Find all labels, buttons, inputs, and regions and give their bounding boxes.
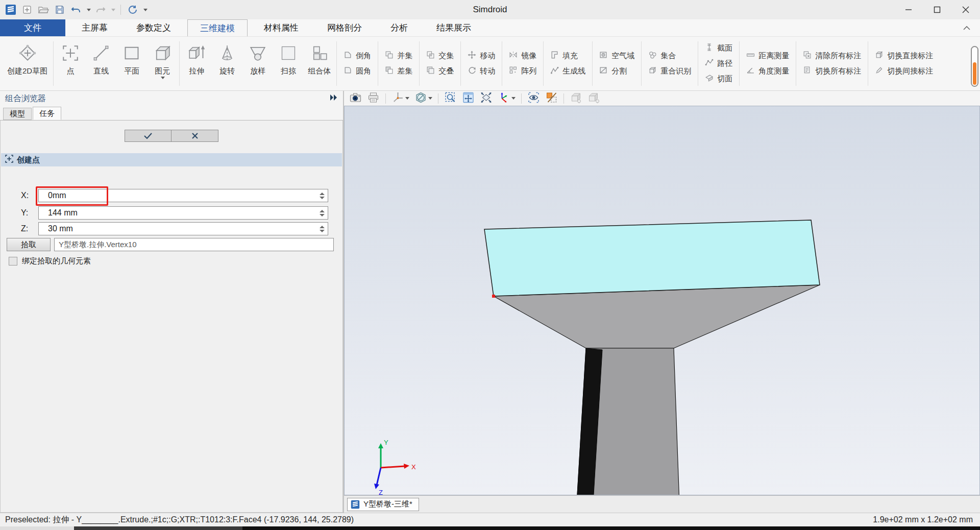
print-button[interactable] [366, 92, 381, 105]
pick-button[interactable]: 拾取 [7, 238, 51, 251]
panel-expand-icon[interactable] [329, 94, 338, 103]
ribbon-button-point[interactable]: 点 [55, 38, 86, 89]
coordinate-input-x[interactable]: 0mm [38, 189, 328, 202]
confirm-button[interactable] [125, 130, 172, 142]
undo-dropdown[interactable] [86, 3, 91, 16]
ribbon-button-section[interactable]: 截面 [705, 42, 732, 55]
new-file-button[interactable] [20, 3, 34, 16]
save-button[interactable] [53, 3, 66, 16]
dropdown-arrow-icon[interactable] [405, 97, 409, 100]
model-canvas[interactable]: Y X Z [344, 106, 980, 495]
zoom-window-button[interactable] [443, 92, 458, 105]
ribbon-button-toggle-direct-annotation[interactable]: 切换直接标注 [875, 50, 933, 63]
visibility-eye-button[interactable] [526, 92, 541, 105]
ribbon-button-sketch2d[interactable]: 创建2D草图 [3, 38, 52, 89]
menu-tab-5[interactable]: 网格剖分 [315, 19, 374, 36]
maximize-button[interactable] [923, 0, 951, 19]
pick-value-field[interactable]: Y型桥墩.拉伸.Vertex10 [54, 238, 334, 251]
ribbon-button-toggle-indirect-annotation[interactable]: 切换间接标注 [875, 65, 933, 78]
panel-tab-1[interactable]: 模型 [3, 108, 32, 120]
pan-button[interactable] [461, 92, 476, 105]
show-body-alt-button[interactable] [586, 92, 601, 105]
ribbon-button-clear-annotations[interactable]: 清除所有标注 [803, 50, 861, 63]
ribbon-button-extrude[interactable]: 拉伸 [181, 38, 212, 89]
menu-tab-1[interactable]: 主屏幕 [69, 19, 120, 36]
close-button[interactable] [951, 0, 980, 19]
ribbon-button-sweep[interactable]: 扫掠 [273, 38, 304, 89]
ribbon-button-revolve[interactable]: 旋转 [212, 38, 242, 89]
panel-tab-2[interactable]: 任务 [33, 107, 61, 120]
selected-top-face[interactable] [484, 220, 820, 296]
ribbon-button-overlap[interactable]: 交叠 [426, 65, 454, 78]
refresh-icon[interactable] [126, 3, 139, 16]
document-tab[interactable]: Y型桥墩-三维* [347, 498, 419, 511]
ribbon-button-primitive[interactable]: 图元 [147, 38, 178, 89]
ribbon-button-mirror[interactable]: 镜像 [509, 50, 536, 63]
triad-display-button[interactable] [390, 92, 410, 105]
ribbon-button-rotate[interactable]: 转动 [468, 65, 495, 78]
ribbon-scrollbar[interactable] [971, 46, 978, 87]
ribbon-button-fillet[interactable]: 圆角 [344, 65, 371, 78]
ribbon-button-label: 图元 [155, 66, 170, 76]
open-file-button[interactable] [37, 3, 50, 16]
dropdown-arrow-icon[interactable] [161, 77, 165, 79]
ribbon-button-distance-measure[interactable]: 距离测量 [746, 50, 789, 63]
ribbon-button-split[interactable]: 分割 [599, 65, 634, 78]
bind-picked-geometry-checkbox[interactable] [9, 257, 17, 266]
menu-tab-7[interactable]: 结果展示 [424, 19, 483, 36]
coordinate-input-z[interactable]: 30 mm [38, 222, 328, 235]
screenshot-camera-button[interactable] [348, 92, 363, 105]
spinner-control[interactable] [320, 207, 325, 219]
redo-icon[interactable] [94, 3, 107, 16]
ribbon-collapse-icon[interactable] [963, 19, 971, 36]
ribbon-button-toggle-annotations[interactable]: 切换所有标注 [803, 65, 861, 78]
ribbon-button-label: 空气域 [611, 51, 634, 61]
ribbon-button-composite[interactable]: 组合体 [304, 38, 335, 89]
section-view-off-button[interactable] [413, 92, 433, 105]
ribbon-button-subtract[interactable]: 差集 [385, 65, 412, 78]
menubar: 文件 主屏幕参数定义三维建模材料属性网格剖分分析结果展示 [0, 19, 980, 37]
rotate-icon [468, 66, 476, 77]
menu-tab-2[interactable]: 参数定义 [124, 19, 183, 36]
ribbon-button-union[interactable]: 并集 [385, 50, 412, 63]
ribbon-button-chamfer[interactable]: 倒角 [344, 50, 371, 63]
ribbon-button-cut-plane[interactable]: 切面 [705, 73, 732, 86]
menu-tab-3[interactable]: 三维建模 [187, 19, 248, 36]
ribbon-button-array[interactable]: 阵列 [509, 65, 536, 78]
show-body-icon [570, 91, 582, 106]
menu-tab-6[interactable]: 分析 [378, 19, 420, 36]
ribbon-button-line[interactable]: 直线 [86, 38, 116, 89]
ribbon-button-air-domain[interactable]: 空气域 [599, 50, 634, 63]
cancel-button[interactable] [172, 130, 218, 142]
ribbon-button-angle-measure[interactable]: 角度测量 [746, 65, 789, 78]
ribbon-button-coincide[interactable]: 重合识别 [648, 65, 691, 78]
ribbon-button-plane[interactable]: 平面 [116, 38, 147, 89]
extrude-icon [185, 41, 208, 65]
ribbon-button-intersect[interactable]: 交集 [426, 50, 454, 63]
redo-dropdown[interactable] [110, 3, 115, 16]
minimize-button[interactable] [894, 0, 923, 19]
show-body-button[interactable] [569, 92, 583, 105]
ribbon-button-generate-line[interactable]: 生成线 [550, 65, 585, 78]
clip-toggle-button[interactable] [544, 92, 559, 105]
ribbon-button-move[interactable]: 移动 [468, 50, 495, 63]
ribbon-small-column-3: 交集交叠 [421, 38, 459, 89]
ribbon-button-set[interactable]: 集合 [648, 50, 691, 63]
viewport: Y X Z Y型桥墩-三维* [344, 91, 980, 513]
undo-icon[interactable] [69, 3, 83, 16]
ribbon-button-loft[interactable]: 放样 [242, 38, 273, 89]
spinner-control[interactable] [320, 189, 325, 202]
dropdown-arrow-icon[interactable] [511, 97, 516, 100]
coordinate-input-y[interactable]: 144 mm [38, 206, 328, 220]
dropdown-arrow-icon[interactable] [428, 97, 432, 100]
refresh-dropdown[interactable] [142, 3, 148, 16]
view-orientation-button[interactable] [497, 92, 517, 105]
spinner-control[interactable] [320, 223, 325, 235]
menu-file-button[interactable]: 文件 [0, 19, 65, 36]
ribbon-button-label: 放样 [250, 66, 265, 76]
menu-tab-4[interactable]: 材料属性 [252, 19, 311, 36]
zoom-fit-button[interactable] [479, 92, 494, 105]
preselected-vertex-marker[interactable] [492, 295, 495, 298]
ribbon-button-path[interactable]: 路径 [705, 57, 732, 70]
ribbon-button-fill[interactable]: 填充 [550, 50, 585, 63]
